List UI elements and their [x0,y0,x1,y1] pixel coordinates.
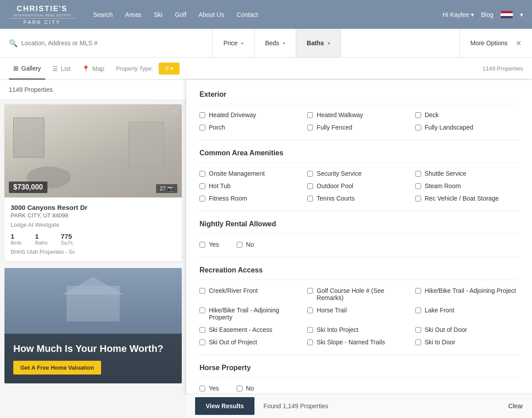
checkbox-input[interactable] [415,196,421,201]
checkbox-input[interactable] [415,288,421,294]
checkbox-input[interactable] [415,112,421,118]
checkbox-hike-bike-property[interactable]: Hike/Bike Trail - Adjoining Property [200,307,303,321]
checkbox-input[interactable] [200,288,205,294]
checkbox-input[interactable] [307,183,313,189]
checkbox-ski-easement[interactable]: Ski Easement - Access [200,326,303,333]
checkbox-input[interactable] [307,196,313,201]
checkbox-input[interactable] [237,242,243,248]
nav-golf[interactable]: Golf [175,11,186,18]
checkbox-onsite-mgmt[interactable]: Onsite Management [200,170,303,177]
close-icon[interactable]: ✕ [516,39,521,47]
checkbox-horse-no[interactable]: No [237,385,254,392]
tab-list[interactable]: ☰ List [48,58,75,79]
checkbox-ski-slope[interactable]: Ski Slope - Named Trails [307,339,411,346]
user-greeting[interactable]: Hi Kaylee ▾ [442,11,474,18]
heart-icon[interactable]: ♡ [170,109,177,118]
checkbox-shuttle-service[interactable]: Shuttle Service [415,170,519,177]
checkbox-input[interactable] [200,183,205,189]
checkbox-hot-tub[interactable]: Hot Tub [200,182,303,189]
checkbox-golf-course[interactable]: Golf Course Hole # (See Remarks) [307,287,411,301]
checkbox-input[interactable] [237,386,243,391]
nav-areas[interactable]: Areas [125,11,141,18]
checkbox-fully-landscaped[interactable]: Fully Landscaped [415,124,519,131]
list-label: List [61,65,70,72]
checkbox-fully-fenced[interactable]: Fully Fenced [307,124,411,131]
dropdown-arrow-icon: ▾ [520,11,523,18]
checkbox-ski-out-project[interactable]: Ski Out of Project [200,339,303,346]
checkbox-ski-into-project[interactable]: Ski Into Project [307,326,411,333]
checkbox-security-service[interactable]: Security Service [307,170,411,177]
checkbox-horse-trail[interactable]: Horse Trail [307,307,411,321]
checkbox-hike-bike-project[interactable]: Hike/Bike Trail - Adjoining Project [415,287,519,301]
checkbox-input[interactable] [415,308,421,313]
nightly-rental-title: Nightly Rental Allowed [200,220,519,234]
checkbox-input[interactable] [307,112,313,118]
checkbox-input[interactable] [200,386,205,391]
search-input[interactable] [21,39,203,47]
checkbox-input[interactable] [200,327,205,333]
checkbox-input[interactable] [200,196,205,201]
checkbox-input[interactable] [307,308,313,313]
nav-search[interactable]: Search [93,11,113,18]
checkbox-input[interactable] [307,171,313,177]
checkbox-porch[interactable]: Porch [200,124,303,131]
checkbox-input[interactable] [415,171,421,177]
price-filter[interactable]: Price ▾ [213,29,254,57]
checkbox-input[interactable] [200,112,205,118]
map-label: Map [92,65,104,72]
horse-property-section: Horse Property Yes No [200,364,519,392]
checkbox-input[interactable] [200,171,205,177]
checkbox-ski-to-door[interactable]: Ski to Door [415,339,519,346]
checkbox-steam-room[interactable]: Steam Room [415,182,519,189]
checkbox-rec-vehicle[interactable]: Rec Vehicle / Boat Storage [415,195,519,202]
beds-filter[interactable]: Beds ▾ [254,29,296,57]
checkbox-input[interactable] [415,327,421,333]
checkbox-input[interactable] [307,288,313,294]
prop-city: PARK CITY, UT 84098 [11,212,176,219]
more-options-filter[interactable]: More Options ✕ [459,29,532,57]
checkbox-input[interactable] [200,242,205,248]
tab-gallery[interactable]: ⊞ Gallery [9,58,45,79]
checkbox-input[interactable] [415,183,421,189]
divider [200,355,519,355]
property-type-label: Property Type: [116,65,153,72]
checkbox-input[interactable] [307,327,313,333]
checkbox-input[interactable] [200,125,205,130]
clear-button[interactable]: Clear [509,402,523,410]
checkbox-deck[interactable]: Deck [415,111,519,118]
checkbox-horse-yes[interactable]: Yes [200,385,219,392]
prop-stat-sqft: 775 Sq.Ft. [61,233,74,245]
horse-property-title: Horse Property [200,364,519,378]
checkbox-input[interactable] [200,339,205,345]
checkbox-ski-out-door[interactable]: Ski Out of Door [415,326,519,333]
prop-community: Lodge At Westgate [11,221,176,228]
checkbox-tennis-courts[interactable]: Tennis Courts [307,195,411,202]
property-type-button[interactable]: S ▾ [159,63,180,75]
checkbox-input[interactable] [307,125,313,130]
checkbox-input[interactable] [307,339,313,345]
view-results-button[interactable]: View Results [195,397,254,415]
nav-contact[interactable]: Contact [237,11,258,18]
checkbox-outdoor-pool[interactable]: Outdoor Pool [307,182,411,189]
tab-map[interactable]: 📍 Map [78,58,109,79]
nav-ski[interactable]: Ski [154,11,162,18]
logo[interactable]: CHRISTIE'S INTERNATIONAL REAL ESTATE PAR… [9,4,75,25]
flag-icon[interactable] [501,11,513,19]
checkbox-heated-driveway[interactable]: Heated Driveway [200,111,303,118]
found-text: Found 1,149 Properties [263,402,499,410]
beds-value: 1 [11,233,22,240]
blog-link[interactable]: Blog [481,11,493,18]
checkbox-creek-river[interactable]: Creek/River Front [200,287,303,301]
checkbox-nightly-no[interactable]: No [237,241,254,248]
checkbox-nightly-yes[interactable]: Yes [200,241,219,248]
checkbox-fitness-room[interactable]: Fitness Room [200,195,303,202]
checkbox-input[interactable] [415,125,421,130]
checkbox-lake-front[interactable]: Lake Front [415,307,519,321]
view-tabs: ⊞ Gallery ☰ List 📍 Map Property Type: S … [0,58,532,80]
checkbox-input[interactable] [415,339,421,345]
promo-cta-button[interactable]: Get A Free Home Valuation [13,361,101,375]
nav-about[interactable]: About Us [199,11,224,18]
checkbox-input[interactable] [200,308,205,313]
checkbox-heated-walkway[interactable]: Heated Walkway [307,111,411,118]
baths-filter[interactable]: Baths ▾ [296,29,341,57]
